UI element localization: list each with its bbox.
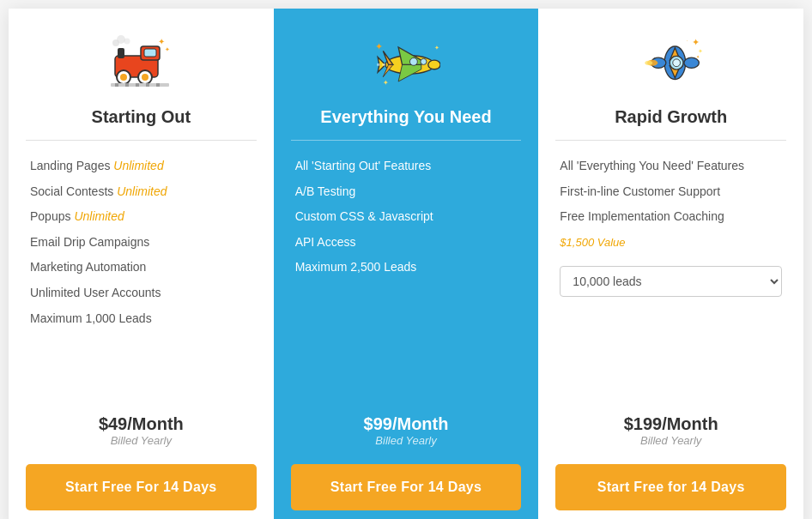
cta-button-everything[interactable]: Start Free For 14 Days [291, 464, 522, 510]
svg-text:✦: ✦ [375, 41, 383, 51]
feature-first-in-line: First-in-line Customer Support [560, 179, 782, 205]
svg-rect-13 [111, 83, 169, 87]
svg-text:·: · [686, 37, 688, 43]
price-amount-rapid-growth: $199/Month [624, 414, 718, 434]
feature-unlimited-popups: Unlimited [74, 209, 124, 223]
feature-custom-css: Custom CSS & Javascript [295, 204, 518, 230]
feature-marketing-auto: Marketing Automation [30, 255, 252, 281]
pricing-container: ✦ ✦ Starting Out Landing Pages Unlimited… [9, 9, 803, 519]
feature-max-2500-leads: Maximum 2,500 Leads [295, 255, 518, 281]
value-amount: $1,500 Value [560, 236, 625, 249]
plan-starting-out: ✦ ✦ Starting Out Landing Pages Unlimited… [9, 9, 274, 519]
svg-point-26 [409, 57, 417, 65]
feature-user-accounts: Unlimited User Accounts [30, 281, 252, 306]
feature-implementation-coaching: Free Implementation Coaching [560, 204, 782, 230]
plan-icon-rocket: ✦ ✦ · ✦ [633, 30, 710, 99]
svg-point-4 [120, 74, 127, 81]
svg-rect-17 [146, 83, 149, 87]
svg-point-27 [421, 58, 427, 64]
svg-text:✦: ✦ [165, 46, 170, 52]
feature-leads-dropdown-item: 10,000 leads 25,000 leads 50,000 leads [560, 255, 782, 305]
svg-point-40 [645, 61, 652, 65]
feature-value-text: $1,500 Value [560, 230, 782, 256]
plan-rapid-growth: ✦ ✦ · ✦ Rapid Growth All 'Everything You… [538, 9, 803, 519]
svg-point-9 [117, 35, 125, 44]
svg-point-20 [428, 60, 440, 69]
features-list-everything: All 'Starting Out' Features A/B Testing … [291, 154, 522, 397]
svg-point-6 [142, 74, 148, 81]
price-amount-everything: $99/Month [364, 414, 449, 434]
plan-divider-2 [291, 140, 522, 141]
feature-max-leads: Maximum 1,000 Leads [30, 306, 252, 332]
svg-rect-14 [115, 83, 118, 87]
svg-rect-2 [144, 49, 156, 57]
feature-unlimited-social: Unlimited [117, 184, 167, 198]
svg-rect-18 [156, 83, 160, 87]
plan-divider-1 [26, 140, 257, 141]
plan-icon-train: ✦ ✦ [102, 30, 179, 99]
svg-text:✦: ✦ [158, 37, 165, 46]
svg-text:✦: ✦ [691, 37, 699, 47]
plan-name-everything: Everything You Need [320, 107, 491, 127]
svg-marker-22 [383, 51, 393, 64]
plan-divider-3 [555, 140, 786, 141]
feature-api-access: API Access [295, 230, 518, 256]
svg-rect-15 [125, 83, 129, 87]
price-amount-starting-out: $49/Month [99, 414, 184, 434]
features-list-starting-out: Landing Pages Unlimited Social Contests … [26, 154, 257, 397]
feature-everything-features: All 'Everything You Need' Features [560, 154, 782, 179]
svg-text:✦: ✦ [434, 45, 439, 51]
price-billing-everything: Billed Yearly [364, 434, 449, 447]
svg-text:✦: ✦ [383, 79, 389, 87]
leads-dropdown[interactable]: 10,000 leads 25,000 leads 50,000 leads [560, 266, 782, 297]
feature-unlimited-landing: Unlimited [113, 159, 163, 172]
price-section-everything: $99/Month Billed Yearly [364, 414, 449, 447]
plan-everything-you-need: ✦ ✦ ✦ Everything You Need All 'Starting … [274, 9, 539, 519]
price-section-rapid-growth: $199/Month Billed Yearly [624, 414, 718, 447]
plan-name-starting-out: Starting Out [92, 107, 191, 127]
price-billing-rapid-growth: Billed Yearly [624, 434, 718, 447]
svg-rect-7 [118, 48, 124, 58]
svg-text:✦: ✦ [696, 54, 700, 59]
price-billing-starting-out: Billed Yearly [99, 434, 184, 447]
cta-button-rapid-growth[interactable]: Start Free for 14 Days [555, 464, 786, 510]
feature-popups: Popups Unlimited [30, 204, 252, 230]
features-list-rapid-growth: All 'Everything You Need' Features First… [555, 154, 786, 397]
plan-name-rapid-growth: Rapid Growth [615, 107, 727, 127]
svg-point-10 [124, 39, 130, 45]
svg-point-38 [672, 59, 680, 67]
feature-landing-pages: Landing Pages Unlimited [30, 154, 252, 179]
feature-social-contests: Social Contests Unlimited [30, 179, 252, 205]
price-section-starting-out: $49/Month Billed Yearly [99, 414, 184, 447]
svg-text:✦: ✦ [697, 48, 702, 54]
svg-rect-16 [136, 83, 139, 87]
plan-icon-plane: ✦ ✦ ✦ [367, 30, 445, 99]
feature-email-drip: Email Drip Campaigns [30, 230, 252, 256]
cta-button-starting-out[interactable]: Start Free For 14 Days [26, 464, 257, 510]
feature-starting-features: All 'Starting Out' Features [295, 154, 518, 179]
feature-ab-testing: A/B Testing [295, 179, 518, 205]
